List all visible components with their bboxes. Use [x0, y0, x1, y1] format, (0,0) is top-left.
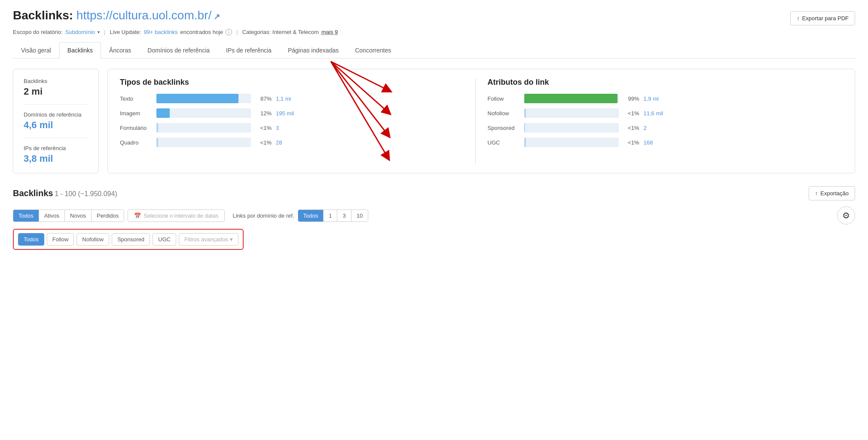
chart-bar-nofollow — [524, 108, 526, 118]
referring-domains-label: Domínios de referência — [24, 111, 88, 118]
info-icon[interactable]: i — [226, 29, 232, 35]
chart-row-texto: Texto 87% 1,1 mi — [120, 94, 475, 103]
attr-filter-follow[interactable]: Follow — [47, 233, 74, 246]
domain-filter-group: Todos 1 3 10 — [298, 209, 369, 222]
chart-pct-sponsored: <1% — [623, 125, 639, 131]
filter-novos[interactable]: Novos — [65, 210, 92, 222]
chart-label-texto: Texto — [120, 95, 152, 102]
chart-val-quadro[interactable]: 28 — [276, 139, 304, 146]
scope-dropdown-icon[interactable]: ▾ — [98, 30, 100, 34]
referring-ips-label: IPs de referência — [24, 145, 88, 151]
chart-row-quadro: Quadro <1% 28 — [120, 138, 475, 147]
domain-filter-1[interactable]: 1 — [324, 210, 337, 222]
filter-perdidos[interactable]: Perdidos — [92, 210, 124, 222]
chart-val-ugc[interactable]: 168 — [644, 139, 672, 146]
tab-ancoras[interactable]: Âncoras — [101, 42, 139, 58]
chart-row-ugc: UGC <1% 168 — [488, 138, 843, 147]
chart-pct-quadro: <1% — [255, 139, 272, 146]
chart-pct-nofollow: <1% — [623, 110, 639, 117]
chart-pct-follow: 99% — [623, 95, 639, 102]
scope-value[interactable]: Subdomínio — [65, 29, 95, 35]
export-icon-2: ↑ — [815, 190, 818, 197]
settings-gear-button[interactable]: ⚙ — [837, 206, 855, 225]
attr-filter-ugc[interactable]: UGC — [153, 233, 176, 246]
filter-row-1: Todos Ativos Novos Perdidos 📅 Selecione … — [13, 206, 855, 225]
spacer: ⚙ — [837, 206, 855, 225]
page-title: Backlinks: https://cultura.uol.com.br/ ↗ — [13, 9, 220, 22]
tab-ips-referencia[interactable]: IPs de referência — [218, 42, 280, 58]
tab-concorrentes[interactable]: Concorrentes — [347, 42, 399, 58]
export-pdf-button[interactable]: ↑ Exportar para PDF — [790, 11, 855, 25]
exportacao-button[interactable]: ↑ Exportação — [809, 186, 855, 200]
filter-todos[interactable]: Todos — [13, 210, 39, 222]
attr-filter-nofollow[interactable]: Nofollow — [76, 233, 109, 246]
chart-val-imagem[interactable]: 195 mil — [276, 110, 304, 117]
chart-label-imagem: Imagem — [120, 110, 152, 117]
stats-box: Backlinks 2 mi Domínios de referência 4,… — [13, 69, 99, 173]
title-url[interactable]: https://cultura.uol.com.br/ — [76, 9, 211, 22]
backlink-types-section: Tipos de backlinks Texto 87% 1,1 mi Imag… — [120, 78, 475, 164]
chart-bar-container-follow — [524, 94, 619, 103]
domain-filter-10[interactable]: 10 — [351, 210, 368, 222]
domain-filter-todos[interactable]: Todos — [298, 210, 324, 222]
backlinks-label: Backlinks — [24, 78, 88, 84]
filter-row-2: Todos Follow Nofollow Sponsored UGC Filt… — [13, 229, 244, 250]
chart-val-sponsored[interactable]: 2 — [644, 125, 672, 131]
chart-bar-container-imagem — [156, 108, 251, 118]
live-update-link[interactable]: 99+ backlinks — [144, 29, 177, 35]
export-pdf-label: Exportar para PDF — [802, 15, 849, 22]
domain-filter-3[interactable]: 3 — [337, 210, 351, 222]
chart-label-quadro: Quadro — [120, 139, 152, 146]
tab-backlinks[interactable]: Backlinks — [59, 42, 101, 58]
export-icon: ↑ — [797, 15, 800, 22]
referring-domains-stat: Domínios de referência 4,6 mil — [24, 111, 88, 138]
chart-bar-quadro — [156, 138, 158, 147]
external-link-icon[interactable]: ↗ — [211, 12, 220, 21]
chart-bar-ugc — [524, 138, 526, 147]
categories-label: Categorias: Internet & Telecom — [242, 29, 319, 35]
chart-val-nofollow[interactable]: 11,6 mil — [644, 110, 672, 117]
backlinks-value: 2 mi — [24, 86, 88, 97]
title-prefix: Backlinks: — [13, 9, 76, 22]
table-section: Backlinks 1 - 100 (~1.950.094) ↑ Exporta… — [13, 186, 855, 254]
live-update-suffix: encontrados hoje — [180, 29, 223, 35]
chart-bar-sponsored — [524, 123, 525, 132]
chart-val-follow[interactable]: 1,9 mi — [644, 95, 672, 102]
filter-ativos[interactable]: Ativos — [39, 210, 65, 222]
page-header: Backlinks: https://cultura.uol.com.br/ ↗… — [13, 9, 855, 25]
links-per-domain-label: Links por domínio de ref. — [232, 212, 294, 219]
chart-pct-texto: 87% — [255, 95, 272, 102]
tab-dominios-referencia[interactable]: Domínios de referência — [139, 42, 218, 58]
chart-val-formulario[interactable]: 3 — [276, 125, 304, 131]
date-filter-button[interactable]: 📅 Selecione o intervalo de datas — [128, 209, 225, 222]
chart-pct-formulario: <1% — [255, 125, 272, 131]
chart-pct-ugc: <1% — [623, 139, 639, 146]
chart-bar-formulario — [156, 123, 158, 132]
table-title: Backlinks — [13, 188, 53, 198]
advanced-filters-label: Filtros avançados — [184, 236, 228, 243]
attr-filter-todos[interactable]: Todos — [18, 233, 44, 246]
chart-label-follow: Follow — [488, 95, 520, 102]
chart-bar-container-quadro — [156, 138, 251, 147]
stats-charts-row: Backlinks 2 mi Domínios de referência 4,… — [13, 69, 855, 173]
title-area: Backlinks: https://cultura.uol.com.br/ ↗ — [13, 9, 220, 22]
referring-domains-value: 4,6 mil — [24, 120, 88, 131]
chart-bar-container-nofollow — [524, 108, 619, 118]
chart-val-texto[interactable]: 1,1 mi — [276, 95, 304, 102]
scope-label: Escopo do relatório: — [13, 29, 63, 35]
navigation-tabs: Visão geral Backlinks Âncoras Domínios d… — [13, 42, 855, 58]
chart-bar-container-ugc — [524, 138, 619, 147]
calendar-icon: 📅 — [134, 212, 141, 219]
live-update-label: Live Update: — [110, 29, 141, 35]
attr-filter-sponsored[interactable]: Sponsored — [112, 233, 150, 246]
tab-visao-geral[interactable]: Visão geral — [13, 42, 59, 58]
advanced-filters-button[interactable]: Filtros avançados ▾ — [179, 233, 238, 246]
chart-bar-imagem — [156, 108, 170, 118]
chart-bar-texto — [156, 94, 238, 103]
date-placeholder: Selecione o intervalo de datas — [144, 212, 218, 219]
link-attributes-section: Atributos do link Follow 99% 1,9 mi Nofo… — [475, 78, 843, 164]
charts-box: Tipos de backlinks Texto 87% 1,1 mi Imag… — [107, 69, 855, 173]
tab-paginas-indexadas[interactable]: Páginas indexadas — [280, 42, 347, 58]
chart-row-imagem: Imagem 12% 195 mil — [120, 108, 475, 118]
categories-more[interactable]: mais 9 — [321, 29, 338, 35]
